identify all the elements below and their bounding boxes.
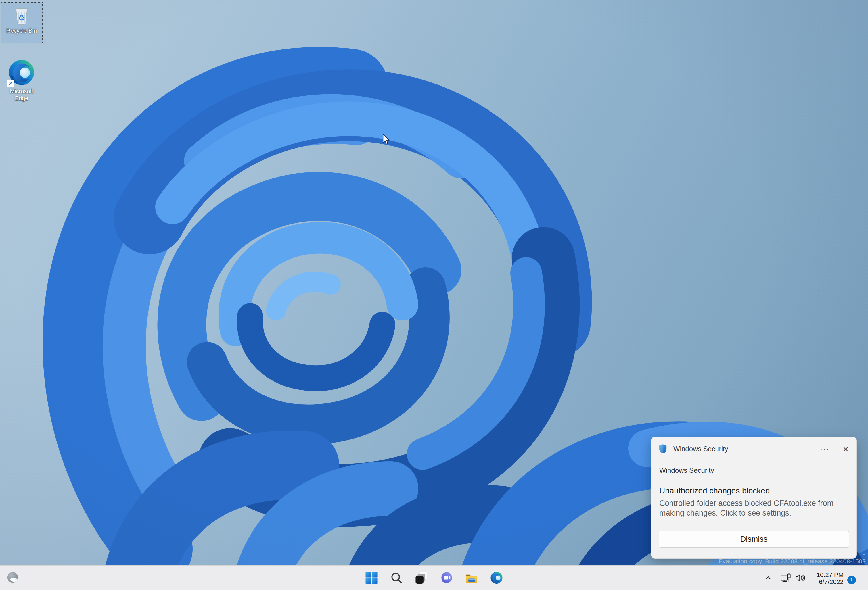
task-view-button[interactable] [412, 568, 431, 587]
shortcut-arrow-icon [7, 80, 14, 87]
edge-browser-icon [490, 571, 503, 584]
clock[interactable]: 10:27 PM 6/7/2022 [811, 572, 844, 585]
weather-moon-cloud-icon [6, 571, 19, 584]
widgets-button[interactable] [4, 569, 21, 587]
edge-icon-wrap [7, 58, 36, 87]
recycle-bin-label: Recycle Bin [6, 27, 37, 34]
windows-start-icon [365, 571, 378, 584]
speaker-volume-icon [795, 574, 805, 582]
system-tray-quick-settings[interactable] [778, 570, 809, 586]
hidden-icons-button[interactable] [762, 572, 775, 584]
edge-taskbar-button[interactable] [487, 568, 506, 587]
chat-button[interactable] [437, 568, 456, 587]
tray-time: 10:27 PM [811, 572, 844, 578]
chevron-up-icon [765, 574, 772, 582]
close-icon[interactable]: × [843, 444, 849, 454]
mouse-cursor [382, 134, 390, 145]
notification-count-badge[interactable]: 1 [847, 576, 856, 584]
start-button[interactable] [362, 568, 381, 587]
desktop-icon-recycle-bin[interactable]: Recycle Bin [1, 2, 43, 43]
ethernet-network-icon [780, 573, 791, 583]
toast-attribution: Windows Security [659, 466, 714, 475]
watermark-line2: Evaluation copy. Build 22598.ni_release.… [719, 558, 866, 565]
recycle-bin-icon [13, 4, 31, 27]
chat-video-bubble-icon [440, 571, 453, 584]
folder-icon [465, 571, 478, 584]
task-view-icon [415, 571, 428, 584]
windows-security-toast[interactable]: Windows Security ··· × Windows Security … [651, 437, 857, 559]
toast-body: Controlled folder access blocked CFAtool… [659, 498, 834, 518]
desktop-icon-microsoft-edge[interactable]: Microsoft Edge [1, 56, 43, 108]
windows-security-shield-icon [659, 444, 667, 454]
watermark-line1: ro [860, 549, 866, 556]
more-options-icon[interactable]: ··· [820, 445, 830, 453]
toast-header: Windows Security ··· × [659, 442, 849, 455]
toast-title: Unauthorized changes blocked [659, 486, 770, 496]
toast-body-line1: Controlled folder access blocked CFAtool… [659, 498, 834, 508]
taskbar-center-buttons [362, 568, 506, 587]
toast-body-line2: making changes. Click to see settings. [659, 508, 834, 518]
dismiss-button[interactable]: Dismiss [659, 531, 849, 548]
microsoft-edge-label: Microsoft Edge [5, 88, 38, 102]
search-button[interactable] [387, 568, 406, 587]
tray-date: 6/7/2022 [811, 578, 844, 586]
toast-app-name: Windows Security [673, 445, 728, 453]
taskbar: 10:27 PM 6/7/2022 1 [0, 565, 868, 590]
file-explorer-button[interactable] [462, 568, 481, 587]
search-icon [390, 571, 403, 584]
windows-desktop: { "desktop": { "icons": [ { "label": "Re… [0, 0, 868, 590]
